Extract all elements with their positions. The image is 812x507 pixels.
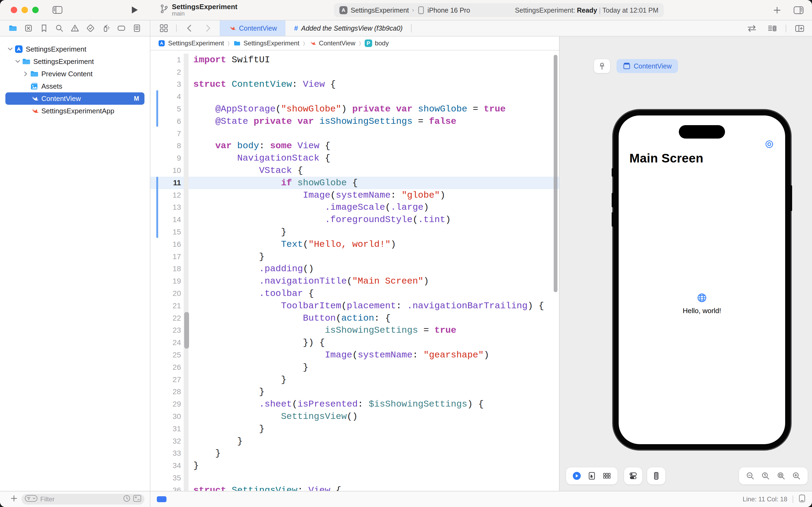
fold-ribbon[interactable] — [184, 78, 188, 91]
breadcrumb-item[interactable]: SettingsExperiment — [243, 40, 299, 47]
fold-ribbon[interactable] — [184, 287, 188, 300]
fold-ribbon[interactable] — [184, 275, 188, 287]
navigator-tab-tag-icon[interactable] — [117, 22, 126, 34]
code-line[interactable]: 14 .foregroundStyle(.tint) — [151, 214, 559, 226]
fold-ribbon[interactable] — [184, 423, 188, 435]
code-line[interactable]: 10 VStack { — [151, 164, 559, 177]
navigator-tab-symbols-icon[interactable] — [23, 22, 33, 34]
code-line[interactable]: 31 } — [151, 423, 559, 435]
fold-ribbon[interactable] — [184, 140, 188, 152]
code-line[interactable]: 8 var body: some View { — [151, 140, 559, 152]
code-line[interactable]: 13 .imageScale(.large) — [151, 202, 559, 214]
fold-ribbon[interactable] — [184, 435, 188, 447]
code-line[interactable]: 35 — [151, 472, 559, 484]
fold-ribbon[interactable] — [184, 250, 188, 263]
jump-bar[interactable]: SettingsExperiment〉SettingsExperiment〉Co… — [151, 37, 559, 51]
fold-ribbon[interactable] — [184, 91, 188, 103]
navigator-tab-test-icon[interactable] — [85, 22, 95, 34]
go-forward-icon[interactable] — [201, 22, 215, 34]
navigator-sidebar-toggle-icon[interactable] — [51, 4, 64, 16]
source-control-filter-icon[interactable] — [133, 495, 141, 504]
code-line[interactable]: 21 ToolbarItem(placement: .navigationBar… — [151, 300, 559, 312]
fold-ribbon[interactable] — [184, 361, 188, 374]
code-line[interactable]: 3struct ContentView: View { — [151, 78, 559, 91]
code-line[interactable]: 5 @AppStorage("showGlobe") private var s… — [151, 103, 559, 115]
zoom-1-icon[interactable] — [761, 471, 770, 480]
sidebar-item-settingsexperimentapp[interactable]: SettingsExperimentApp — [5, 105, 144, 117]
fold-ribbon[interactable] — [184, 66, 188, 78]
editor-scrollbar[interactable] — [554, 55, 558, 292]
scheme-selector[interactable]: A SettingsExperiment › iPhone 16 Pro Set… — [334, 3, 664, 17]
code-line[interactable]: 4 — [151, 91, 559, 103]
fold-ribbon[interactable] — [184, 386, 188, 398]
fold-ribbon[interactable] — [184, 115, 188, 127]
fold-ribbon[interactable] — [184, 410, 188, 423]
device-settings-button[interactable] — [624, 467, 642, 485]
fold-ribbon[interactable] — [184, 202, 188, 214]
add-file-plus-icon[interactable] — [11, 495, 17, 503]
editor-options-icon[interactable] — [765, 22, 779, 35]
code-line[interactable]: 28 } — [151, 386, 559, 398]
scheme-name[interactable]: SettingsExperiment — [351, 6, 409, 14]
code-area[interactable]: 1import SwiftUI23struct ContentView: Vie… — [151, 51, 559, 491]
code-line[interactable]: 12 Image(systemName: "globe") — [151, 189, 559, 202]
run-button[interactable] — [128, 4, 142, 16]
go-back-icon[interactable] — [182, 22, 196, 34]
fold-ribbon[interactable] — [184, 447, 188, 460]
code-line[interactable]: 6 @State private var isShowingSettings =… — [151, 115, 559, 127]
fold-ribbon[interactable] — [184, 238, 188, 250]
code-line[interactable]: 24 }) { — [151, 336, 559, 349]
code-line[interactable]: 25 Image(systemName: "gearshape") — [151, 349, 559, 361]
code-line[interactable]: 20 .toolbar { — [151, 287, 559, 300]
editor-breakpoint-chip[interactable] — [157, 496, 167, 502]
grid6-icon[interactable] — [602, 471, 611, 480]
fold-ribbon[interactable] — [184, 374, 188, 386]
code-line[interactable]: 16 Text("Hello, world!") — [151, 238, 559, 250]
zoom-window-button[interactable] — [32, 7, 39, 13]
zoom-out-icon[interactable] — [746, 471, 755, 480]
navigator-tab-debug-icon[interactable] — [101, 22, 111, 34]
code-line[interactable]: 27 } — [151, 374, 559, 386]
cursor-phone-icon[interactable] — [587, 471, 596, 480]
code-line[interactable]: 29 .sheet(isPresented: $isShowingSetting… — [151, 398, 559, 410]
fold-ribbon[interactable] — [184, 127, 188, 140]
inspector-sidebar-toggle-icon[interactable] — [792, 4, 806, 16]
code-line[interactable]: 15 } — [151, 226, 559, 238]
code-line[interactable]: 19 .navigationTitle("Main Screen") — [151, 275, 559, 287]
navigator-tab-warning-icon[interactable] — [70, 22, 80, 34]
fold-ribbon[interactable] — [184, 54, 188, 66]
tab-commit[interactable]: # Added the SettingsView (f3b9ca0) — [285, 20, 411, 36]
code-line[interactable]: 32 } — [151, 435, 559, 447]
code-line[interactable]: 1import SwiftUI — [151, 54, 559, 66]
code-line[interactable]: 36struct SettingsView: View { — [151, 484, 559, 491]
disclosure-down-icon[interactable] — [7, 48, 13, 51]
preview-target-chip[interactable]: ContentView — [617, 59, 678, 73]
code-line[interactable]: 18 .padding() — [151, 263, 559, 275]
device-indicator-icon[interactable] — [799, 494, 806, 504]
filter-options-icon[interactable] — [25, 495, 38, 504]
code-line[interactable]: 7 — [151, 127, 559, 140]
fold-ribbon[interactable] — [184, 152, 188, 164]
code-line[interactable]: 22 Button(action: { — [151, 312, 559, 324]
disclosure-down-icon[interactable] — [15, 60, 20, 63]
fold-ribbon[interactable] — [184, 472, 188, 484]
fold-ribbon[interactable] — [184, 459, 188, 472]
device-bezels-button[interactable] — [647, 467, 665, 485]
play-circle-icon[interactable] — [573, 471, 581, 480]
navigator-tab-folder-icon[interactable] — [8, 22, 18, 34]
sidebar-item-preview-content[interactable]: Preview Content — [5, 68, 144, 80]
breadcrumb-item[interactable]: SettingsExperiment — [168, 40, 224, 47]
code-review-icon[interactable] — [745, 22, 759, 35]
code-line[interactable]: 23 isShowingSettings = true — [151, 324, 559, 337]
code-line[interactable]: 30 SettingsView() — [151, 410, 559, 423]
filter-field[interactable]: Filter — [21, 494, 144, 505]
fold-ribbon[interactable] — [184, 484, 188, 491]
related-items-icon[interactable] — [157, 22, 171, 34]
fold-ribbon[interactable] — [184, 300, 188, 312]
recent-files-clock-icon[interactable] — [123, 495, 130, 504]
code-line[interactable]: 34} — [151, 459, 559, 472]
sidebar-item-assets[interactable]: Assets — [5, 80, 144, 92]
disclosure-right-icon[interactable] — [23, 71, 28, 76]
fold-ribbon[interactable] — [184, 226, 188, 238]
fold-ribbon[interactable] — [184, 103, 188, 115]
